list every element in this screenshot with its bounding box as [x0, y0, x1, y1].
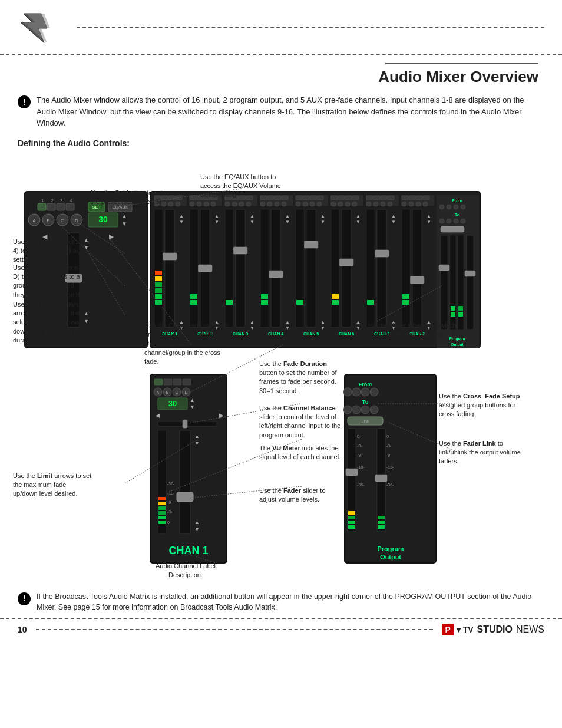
svg-text:30: 30: [98, 215, 108, 224]
section-title: Defining the Audio Controls:: [18, 139, 130, 148]
svg-rect-237: [158, 511, 166, 515]
svg-point-165: [454, 219, 458, 223]
svg-text:30: 30: [168, 399, 177, 408]
svg-rect-120: [366, 196, 373, 200]
svg-rect-75: [261, 300, 268, 305]
svg-point-105: [331, 202, 336, 206]
svg-rect-217: [183, 379, 191, 385]
svg-text:▲: ▲: [214, 213, 219, 219]
svg-point-71: [282, 202, 286, 206]
svg-text:A: A: [32, 218, 36, 223]
svg-rect-149: [402, 300, 409, 305]
svg-rect-39: [190, 294, 197, 299]
svg-text:-9-: -9-: [386, 453, 392, 457]
svg-rect-174: [451, 312, 455, 317]
svg-text:▼: ▼: [179, 219, 184, 225]
svg-rect-102: [338, 196, 345, 200]
svg-point-50: [225, 202, 230, 206]
svg-rect-275: [348, 516, 355, 519]
svg-rect-17: [155, 288, 162, 293]
svg-rect-112: [332, 300, 339, 305]
svg-rect-129: [375, 250, 389, 257]
svg-rect-266: [348, 429, 356, 532]
svg-text:▲: ▲: [179, 213, 184, 219]
svg-rect-138: [402, 196, 408, 200]
svg-rect-284: [378, 525, 385, 529]
svg-text:▲: ▲: [190, 397, 195, 403]
svg-text:▼: ▼: [250, 219, 254, 225]
svg-rect-73: [269, 271, 283, 278]
svg-rect-187: [57, 203, 65, 210]
svg-point-34: [211, 202, 216, 206]
limit-arrows-callout: Use the Limit arrows to set the maximum …: [13, 472, 92, 499]
svg-rect-92: [304, 241, 318, 248]
set-button-callout: Use the Set button to set the preset (se…: [88, 189, 165, 207]
svg-point-70: [275, 202, 279, 206]
svg-point-90: [317, 202, 322, 206]
svg-point-52: [239, 202, 244, 206]
svg-text:▲: ▲: [194, 433, 200, 439]
svg-rect-110: [339, 259, 353, 266]
brand-tv-text: ▼TV: [455, 625, 474, 634]
svg-rect-86: [317, 196, 323, 200]
svg-point-263: [370, 406, 378, 414]
svg-point-142: [402, 202, 406, 206]
svg-rect-169: [439, 265, 449, 271]
svg-point-222: [173, 388, 181, 396]
svg-text:-3-: -3-: [386, 444, 392, 448]
svg-rect-188: [66, 203, 74, 210]
brand-logo: P ▼TV STUDIO NEWS: [442, 624, 544, 635]
svg-point-261: [352, 406, 361, 414]
brand-p-letter: P: [442, 624, 453, 635]
svg-rect-239: [158, 502, 166, 505]
svg-rect-171: [465, 271, 475, 276]
svg-text:▲: ▲: [427, 213, 431, 219]
svg-point-11: [176, 202, 180, 206]
svg-rect-267: [346, 469, 358, 476]
svg-text:-18-: -18-: [167, 491, 175, 495]
intro-text: The Audio Mixer window allows the contro…: [37, 94, 544, 129]
svg-point-195: [42, 214, 54, 226]
brand-news-text: NEWS: [516, 624, 544, 635]
svg-text:▲: ▲: [285, 213, 290, 219]
svg-rect-83: [296, 196, 302, 200]
svg-text:▶: ▶: [109, 233, 114, 240]
svg-text:CHAN 5: CHAN 5: [303, 332, 319, 336]
svg-text:C: C: [175, 390, 178, 394]
svg-point-32: [197, 202, 201, 206]
svg-text:0-: 0-: [357, 434, 361, 439]
svg-text:-3-: -3-: [357, 444, 362, 448]
svg-point-51: [232, 202, 237, 206]
mixer-channel-switch-callout: Use the Mixer Channel Switch to toggle b…: [365, 321, 457, 348]
group-buttons-callout: Use the Group buttons (A-D) to assign fa…: [13, 263, 90, 300]
svg-point-220: [163, 388, 171, 396]
svg-text:D: D: [75, 218, 78, 223]
svg-text:▼: ▼: [427, 219, 431, 225]
svg-text:▲: ▲: [391, 213, 396, 219]
svg-point-166: [461, 219, 465, 223]
svg-text:▼: ▼: [214, 219, 219, 225]
footer-bar: 10 P ▼TV STUDIO NEWS: [0, 618, 562, 640]
svg-rect-172: [450, 235, 456, 330]
svg-rect-101: [331, 196, 338, 200]
svg-rect-113: [332, 294, 339, 299]
fader-link-callout: Use the Fader Link to link/unlink the ou…: [439, 439, 530, 466]
svg-rect-14: [154, 209, 163, 327]
page-number: 10: [18, 625, 27, 634]
header-dashed-line: [77, 27, 544, 28]
svg-rect-55: [233, 247, 247, 254]
svg-rect-147: [410, 276, 424, 284]
intro-section: ! The Audio Mixer window allows the cont…: [0, 90, 562, 134]
svg-rect-216: [173, 379, 181, 385]
svg-text:▼: ▼: [320, 325, 325, 331]
svg-point-197: [57, 214, 68, 226]
header: [0, 0, 562, 55]
svg-text:▼: ▼: [194, 440, 200, 446]
vu-meter-callout: The VU Meter indicates the signal level …: [259, 444, 342, 462]
svg-point-255: [343, 388, 352, 396]
svg-rect-35: [200, 209, 210, 327]
svg-text:To: To: [362, 399, 369, 405]
svg-rect-74: [260, 209, 269, 327]
brand-studio-text: STUDIO: [477, 624, 513, 635]
svg-rect-104: [352, 196, 359, 200]
